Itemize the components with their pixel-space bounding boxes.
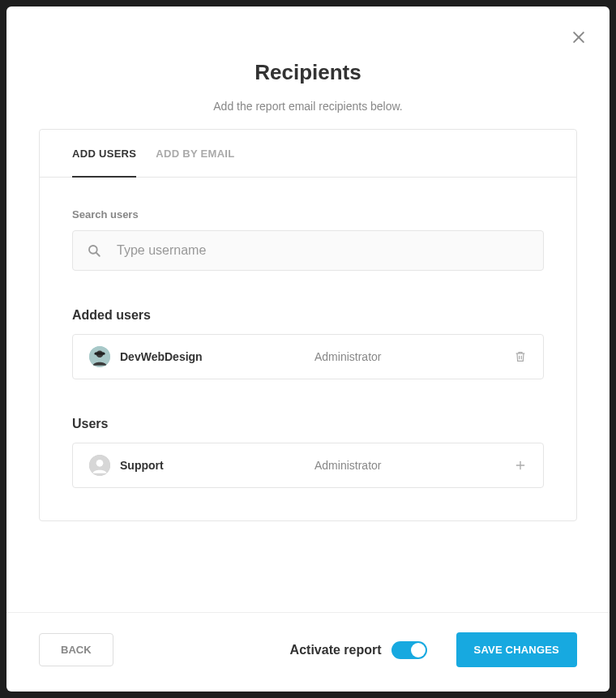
search-input[interactable]: [72, 230, 544, 271]
page-title: Recipients: [39, 60, 577, 85]
tab-add-by-email[interactable]: ADD BY EMAIL: [156, 130, 234, 177]
user-role: Administrator: [314, 350, 514, 363]
svg-point-10: [96, 460, 104, 467]
plus-icon[interactable]: [514, 459, 527, 472]
recipients-card: ADD USERS ADD BY EMAIL Search users Adde…: [39, 129, 577, 521]
svg-rect-6: [95, 353, 105, 355]
recipients-modal: Recipients Add the report email recipien…: [6, 6, 610, 692]
back-button[interactable]: BACK: [39, 633, 113, 666]
save-changes-button[interactable]: SAVE CHANGES: [456, 632, 577, 667]
svg-line-3: [96, 253, 100, 256]
added-user-row: DevWebDesign Administrator: [72, 334, 544, 379]
search-icon: [87, 243, 101, 258]
avatar: [89, 455, 110, 476]
user-role: Administrator: [314, 459, 514, 472]
activate-report-toggle[interactable]: [391, 641, 427, 659]
activate-report-label: Activate report: [290, 643, 382, 657]
added-users-title: Added users: [72, 308, 544, 323]
avatar: [89, 346, 110, 367]
users-title: Users: [72, 417, 544, 431]
user-name: DevWebDesign: [120, 350, 314, 363]
tab-add-users[interactable]: ADD USERS: [72, 130, 136, 178]
page-subtitle: Add the report email recipients below.: [39, 100, 577, 113]
user-row: Support Administrator: [72, 443, 544, 488]
tabs: ADD USERS ADD BY EMAIL: [40, 130, 576, 178]
search-label: Search users: [72, 208, 544, 221]
svg-point-2: [89, 246, 97, 254]
close-icon[interactable]: [571, 29, 587, 45]
footer: BACK Activate report SAVE CHANGES: [6, 612, 610, 692]
user-name: Support: [120, 459, 314, 472]
trash-icon[interactable]: [514, 350, 527, 363]
